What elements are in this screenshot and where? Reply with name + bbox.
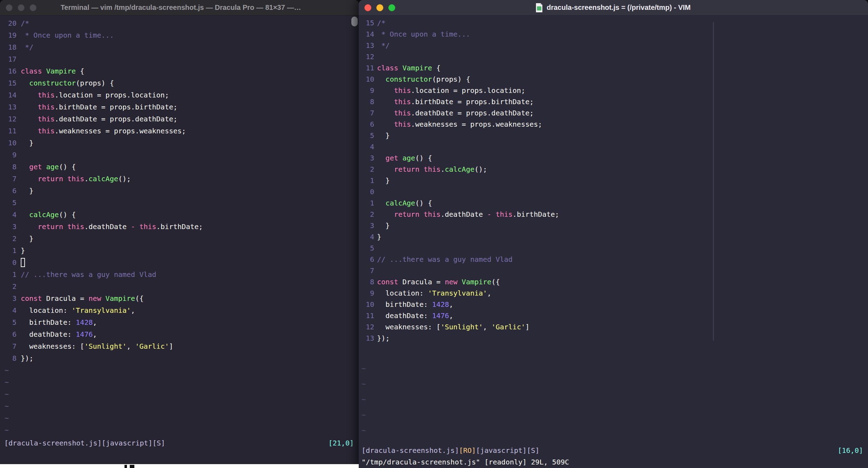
empty-line-tilde[interactable]: ~	[0, 376, 359, 388]
vim-scrollbar[interactable]	[713, 22, 714, 341]
line-number: 16	[8, 65, 17, 77]
code-line[interactable]: 8 this.birthDate = props.birthDate;	[359, 96, 868, 107]
empty-line-tilde[interactable]: ~	[0, 412, 359, 424]
code-line[interactable]: 2 return this.deathDate - this.birthDate…	[359, 209, 868, 220]
code-line[interactable]: 3const Dracula = new Vampire({	[0, 292, 359, 304]
code-line[interactable]: 10 }	[0, 137, 359, 149]
code-line[interactable]: 12	[359, 51, 868, 62]
code-line[interactable]: 5 }	[359, 130, 868, 141]
code-line[interactable]: 1}	[0, 245, 359, 257]
code-line[interactable]: 15 constructor(props) {	[0, 77, 359, 89]
code-line[interactable]: 4 location: 'Transylvania',	[0, 304, 359, 316]
code-line[interactable]: 10 birthDate: 1428,	[359, 299, 868, 310]
code-line[interactable]: 5 birthDate: 1428,	[0, 316, 359, 328]
line-number: 0	[365, 186, 374, 197]
vim-buffer-left[interactable]: 20/*19 * Once upon a time...18 */1716cla…	[0, 17, 359, 436]
macvim-titlebar[interactable]: dracula-screenshot.js = (/private/tmp) -…	[359, 0, 868, 15]
background-window-strip	[0, 464, 359, 468]
code-line[interactable]: 5	[359, 242, 868, 254]
line-number: 2	[365, 209, 374, 220]
code-line[interactable]: 7 weaknesses: ['Sunlight', 'Garlic']	[0, 340, 359, 352]
cursor-position-right: [16,0]	[838, 444, 863, 456]
code-line[interactable]: 17	[0, 53, 359, 65]
code-line[interactable]: 1// ...there was a guy named Vlad	[0, 268, 359, 280]
code-line[interactable]: 19 * Once upon a time...	[0, 29, 359, 41]
code-line[interactable]: 7 return this.calcAge();	[0, 173, 359, 185]
code-line[interactable]: 9 this.location = props.location;	[359, 85, 868, 96]
empty-line-tilde[interactable]: ~	[0, 388, 359, 400]
code-line[interactable]: 11 deathDate: 1476,	[359, 310, 868, 321]
code-line[interactable]: 12 this.deathDate = props.deathDate;	[0, 113, 359, 125]
empty-line-tilde[interactable]: ~	[0, 424, 359, 436]
code-line[interactable]: 0	[359, 186, 868, 197]
code-line[interactable]: 9 location: 'Transylvania',	[359, 287, 868, 299]
code-line[interactable]: 18 */	[0, 41, 359, 53]
code-line[interactable]: 15/*	[359, 17, 868, 29]
code-line[interactable]: 11 this.weaknesses = props.weaknesses;	[0, 125, 359, 137]
code-line[interactable]: 10 constructor(props) {	[359, 74, 868, 85]
zoom-button[interactable]	[388, 4, 395, 11]
code-line[interactable]: 6 deathDate: 1476,	[0, 328, 359, 340]
code-line[interactable]: 1 }	[359, 175, 868, 186]
code-line[interactable]: 3 get age() {	[359, 152, 868, 164]
line-number: 0	[8, 257, 17, 268]
code-line[interactable]: 13 this.birthDate = props.birthDate;	[0, 101, 359, 113]
line-number: 1	[8, 245, 17, 257]
empty-buffer-tildes: ~~~~~	[362, 361, 366, 438]
code-line[interactable]: 5	[0, 197, 359, 209]
code-line[interactable]: 0	[0, 257, 359, 268]
empty-line-tilde: ~	[362, 423, 366, 438]
line-number: 7	[365, 265, 374, 276]
code-line[interactable]: 7	[359, 265, 868, 276]
code-line[interactable]: 14 * Once upon a time...	[359, 29, 868, 40]
close-button[interactable]	[6, 4, 13, 11]
code-line[interactable]: 1 calcAge() {	[359, 197, 868, 209]
empty-line-tilde[interactable]: ~	[0, 400, 359, 412]
macvim-window-title: dracula-screenshot.js = (/private/tmp) -…	[400, 3, 868, 12]
line-number: 12	[365, 51, 374, 62]
code-line[interactable]: 2 }	[0, 233, 359, 245]
line-number: 13	[365, 40, 374, 51]
vim-command-line[interactable]: "/tmp/dracula-screenshot.js" [readonly] …	[359, 456, 868, 468]
line-number: 19	[8, 29, 17, 41]
macvim-window-title-text: dracula-screenshot.js = (/private/tmp) -…	[547, 4, 691, 12]
code-line[interactable]: 20/*	[0, 17, 359, 29]
code-line[interactable]: 2	[0, 280, 359, 292]
traffic-lights	[359, 4, 400, 11]
minimize-button[interactable]	[18, 4, 25, 11]
code-line[interactable]: 14 this.location = props.location;	[0, 89, 359, 101]
vim-buffer-right[interactable]: 15/*14 * Once upon a time...13 */1211cla…	[359, 17, 868, 344]
line-number: 5	[365, 242, 374, 254]
code-line[interactable]: 9	[0, 149, 359, 161]
code-line[interactable]: 12 weaknesses: ['Sunlight', 'Garlic']	[359, 321, 868, 333]
empty-line-tilde[interactable]: ~	[0, 364, 359, 376]
minimize-button[interactable]	[376, 4, 383, 11]
code-line[interactable]: 3 return this.deathDate - this.birthDate…	[0, 221, 359, 233]
code-line[interactable]: 6 this.weaknesses = props.weaknesses;	[359, 119, 868, 130]
code-line[interactable]: 8const Dracula = new Vampire({	[359, 276, 868, 287]
code-line[interactable]: 2 return this.calcAge();	[359, 164, 868, 175]
zoom-button[interactable]	[30, 4, 37, 11]
code-line[interactable]: 8});	[0, 352, 359, 364]
statusline-file-info: [dracula-screenshot.js][RO][javascript][…	[362, 444, 540, 456]
code-line[interactable]: 7 this.deathDate = props.deathDate;	[359, 107, 868, 119]
code-line[interactable]: 16class Vampire {	[0, 65, 359, 77]
macvim-window: dracula-screenshot.js = (/private/tmp) -…	[359, 0, 868, 468]
code-line[interactable]: 4 calcAge() {	[0, 209, 359, 221]
terminal-window-title: Terminal — vim /tmp/dracula-screenshot.j…	[42, 4, 359, 12]
close-button[interactable]	[364, 4, 371, 11]
code-line[interactable]: 6 }	[0, 185, 359, 197]
code-line[interactable]: 6// ...there was a guy named Vlad	[359, 254, 868, 265]
terminal-titlebar[interactable]: Terminal — vim /tmp/dracula-screenshot.j…	[0, 0, 359, 15]
code-line[interactable]: 3 }	[359, 220, 868, 231]
code-line[interactable]: 13});	[359, 333, 868, 344]
line-number: 5	[365, 130, 374, 141]
terminal-scrollbar-thumb[interactable]	[351, 17, 358, 26]
code-line[interactable]: 4	[359, 141, 868, 152]
code-line[interactable]: 13 */	[359, 40, 868, 51]
code-line[interactable]: 4}	[359, 231, 868, 242]
line-number: 6	[365, 119, 374, 130]
code-line[interactable]: 11class Vampire {	[359, 62, 868, 74]
code-line[interactable]: 8 get age() {	[0, 161, 359, 173]
traffic-lights	[0, 4, 42, 11]
